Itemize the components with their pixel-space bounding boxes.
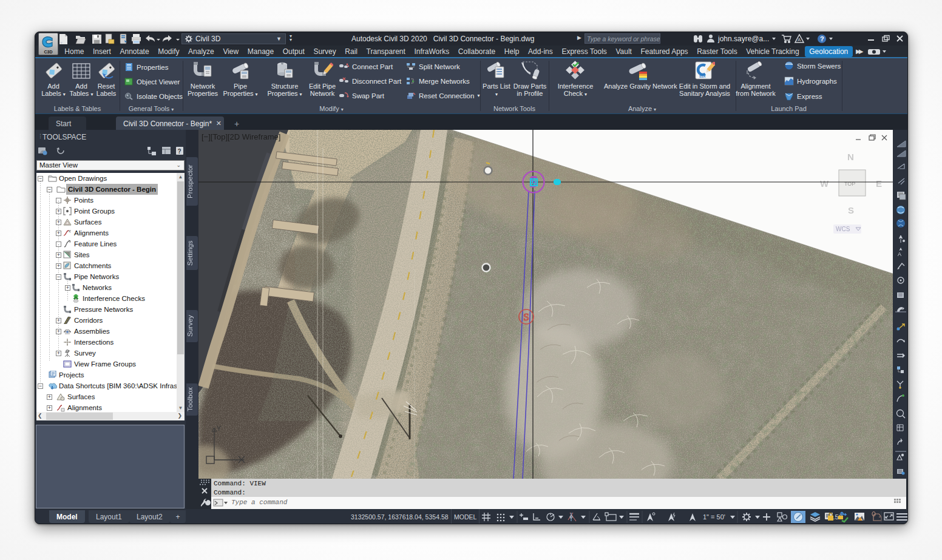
- svg-text:SSA: SSA: [699, 75, 706, 78]
- svg-text:1" = 50': 1" = 50': [703, 513, 725, 521]
- svg-text:W: W: [820, 178, 829, 189]
- svg-text:S: S: [848, 205, 854, 215]
- svg-text:A: A: [898, 251, 901, 257]
- svg-text:E: E: [876, 178, 882, 189]
- svg-text:?: ?: [178, 148, 181, 155]
- svg-text:?: ?: [820, 35, 824, 42]
- svg-text:S: S: [523, 311, 529, 323]
- svg-text:[−][Top][2D Wireframe]: [−][Top][2D Wireframe]: [202, 132, 280, 141]
- svg-text:Y: Y: [217, 425, 222, 432]
- svg-text:N: N: [847, 152, 854, 162]
- svg-text:john.sayre@a...: john.sayre@a...: [717, 35, 769, 43]
- svg-text:WCS: WCS: [836, 226, 850, 232]
- svg-text:A: A: [798, 37, 801, 42]
